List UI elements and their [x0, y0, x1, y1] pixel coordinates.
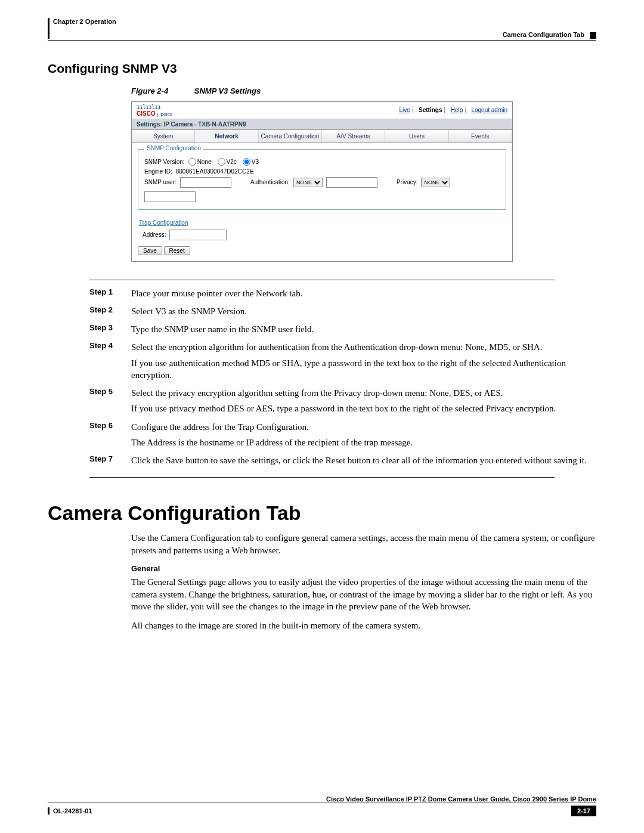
- trap-configuration-link[interactable]: Trap Configuration: [139, 219, 188, 226]
- step-text: The Address is the hostname or IP addres…: [131, 436, 413, 448]
- step-label: Step 7: [89, 454, 131, 470]
- trap-address-input[interactable]: [169, 230, 227, 240]
- tab-events[interactable]: Events: [449, 130, 512, 143]
- header-rule: [48, 40, 596, 41]
- step-row: Step 5Select the privacy encryption algo…: [89, 387, 596, 419]
- header-square-icon: [590, 32, 596, 39]
- step-body: Configure the address for the Trap Confi…: [131, 421, 413, 453]
- step-text: Place your mouse pointer over the Networ…: [131, 287, 302, 299]
- step-body: Select the encryption algorithm for auth…: [131, 341, 596, 385]
- general-subhead: General: [131, 563, 596, 574]
- step-label: Step 1: [89, 287, 131, 303]
- step-row: Step 6Configure the address for the Trap…: [89, 421, 596, 453]
- step-row: Step 2Select V3 as the SNMP Version.: [89, 305, 596, 321]
- step-text: Type the SNMP user name in the SNMP user…: [131, 323, 314, 335]
- figure-title: SNMP V3 Settings: [194, 86, 261, 95]
- snmp-version-none-radio[interactable]: [188, 158, 196, 166]
- tab-users[interactable]: Users: [385, 130, 448, 143]
- engine-id-label: Engine ID:: [144, 168, 172, 175]
- authentication-label: Authentication:: [250, 179, 290, 185]
- reset-button[interactable]: Reset: [164, 246, 190, 255]
- section-heading-camera-config-tab: Camera Configuration Tab: [48, 501, 596, 525]
- step-text: Click the Save button to save the settin…: [131, 454, 587, 466]
- authentication-select[interactable]: NONE: [293, 178, 323, 187]
- step-text: Select V3 as the SNMP Version.: [131, 305, 247, 317]
- snmp-version-v3-radio[interactable]: [243, 158, 250, 166]
- footer-book-title: Cisco Video Surveillance IP PTZ Dome Cam…: [48, 795, 596, 803]
- snmp-user-input[interactable]: [180, 177, 231, 188]
- save-button[interactable]: Save: [138, 246, 162, 255]
- step-row: Step 7Click the Save button to save the …: [89, 454, 596, 470]
- step-row: Step 3Type the SNMP user name in the SNM…: [89, 323, 596, 339]
- tab-network[interactable]: Network: [195, 130, 258, 143]
- snmp-configuration-fieldset: SNMP Configuration SNMP Version: None V2…: [138, 149, 506, 210]
- step-label: Step 4: [89, 341, 131, 385]
- link-settings[interactable]: Settings: [419, 107, 442, 113]
- settings-tabs: System Network Camera Configuration A/V …: [132, 130, 512, 143]
- privacy-label: Privacy:: [397, 179, 418, 185]
- snmp-user-label: SNMP user:: [144, 179, 177, 185]
- tab-av-streams[interactable]: A/V Streams: [322, 130, 385, 143]
- engine-id-value: 800061EA0300047D02CC2E: [176, 168, 254, 175]
- privacy-password-input[interactable]: [144, 191, 196, 202]
- trap-address-label: Address:: [143, 231, 166, 238]
- step-label: Step 2: [89, 305, 131, 321]
- general-body-1: The General Settings page allows you to …: [131, 576, 596, 612]
- figure-number: Figure 2-4: [131, 86, 168, 95]
- steps-bottom-rule: [89, 477, 555, 478]
- step-body: Place your mouse pointer over the Networ…: [131, 287, 302, 303]
- snmp-legend: SNMP Configuration: [144, 145, 203, 151]
- snmp-version-v2c-radio[interactable]: [218, 158, 225, 166]
- general-body-2: All changes to the image are stored in t…: [131, 620, 596, 631]
- link-help[interactable]: Help: [451, 107, 463, 113]
- step-text: If you use privacy method DES or AES, ty…: [131, 402, 556, 414]
- step-label: Step 5: [89, 387, 131, 419]
- settings-breadcrumb: Settings: IP Camera - TXB-N-AATRPN9: [132, 119, 512, 130]
- step-row: Step 1Place your mouse pointer over the …: [89, 287, 596, 303]
- step-label: Step 6: [89, 421, 131, 453]
- step-body: Click the Save button to save the settin…: [131, 454, 587, 470]
- cisco-logo: ıılıılıı CISCO | ipelea: [137, 104, 172, 117]
- snmp-version-label: SNMP Version:: [144, 159, 185, 165]
- step-text: Configure the address for the Trap Confi…: [131, 421, 413, 433]
- figure-snmpv3-settings: ıılıılıı CISCO | ipelea Live | Settings …: [131, 101, 513, 262]
- section-heading-snmpv3: Configuring SNMP V3: [48, 61, 596, 76]
- authentication-password-input[interactable]: [326, 177, 377, 188]
- footer-doc-number: OL-24281-01: [48, 807, 92, 815]
- link-live[interactable]: Live: [399, 107, 410, 113]
- running-header-breadcrumb: Camera Configuration Tab: [503, 31, 584, 38]
- step-text: If you use authentication method MD5 or …: [131, 357, 596, 382]
- footer-page-number: 2-17: [571, 806, 596, 816]
- tab-system[interactable]: System: [132, 130, 195, 143]
- step-body: Type the SNMP user name in the SNMP user…: [131, 323, 314, 339]
- step-body: Select the privacy encryption algorithm …: [131, 387, 556, 419]
- camera-config-intro: Use the Camera Configuration tab to conf…: [131, 532, 596, 556]
- step-row: Step 4Select the encryption algorithm fo…: [89, 341, 596, 385]
- steps-top-rule: [89, 280, 555, 280]
- cisco-logo-icon: ıılıılıı: [137, 104, 160, 110]
- link-logout[interactable]: Logout admin: [471, 107, 507, 113]
- tab-camera-configuration[interactable]: Camera Configuration: [259, 130, 322, 143]
- privacy-select[interactable]: NONE: [421, 178, 450, 187]
- step-label: Step 3: [89, 323, 131, 339]
- top-nav-links: Live | Settings | Help | Logout admin: [395, 107, 507, 113]
- step-text: Select the privacy encryption algorithm …: [131, 387, 556, 399]
- step-body: Select V3 as the SNMP Version.: [131, 305, 247, 321]
- running-header-chapter: Chapter 2 Operation: [48, 18, 116, 39]
- step-text: Select the encryption algorithm for auth…: [131, 341, 596, 353]
